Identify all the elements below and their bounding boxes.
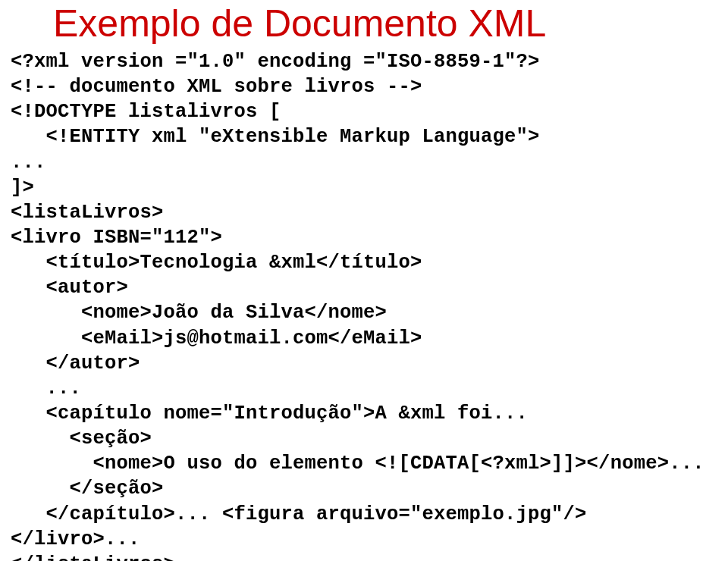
code-line: <livro ISBN="112">	[11, 227, 222, 249]
slide-container: Exemplo de Documento XML <?xml version =…	[0, 0, 728, 561]
code-line: <nome>João da Silva</nome>	[11, 302, 387, 324]
code-line: ]>	[11, 177, 34, 199]
code-line: <listaLivros>	[11, 202, 164, 224]
code-line: ...	[11, 152, 46, 174]
xml-code-block: <?xml version ="1.0" encoding ="ISO-8859…	[0, 48, 728, 561]
code-line: </seção>	[11, 478, 164, 500]
code-line: <!DOCTYPE listalivros [	[11, 101, 281, 123]
code-line: </autor>	[11, 353, 140, 375]
code-line: </capítulo>... <figura arquivo="exemplo.…	[11, 503, 587, 525]
code-line: </livro>...	[11, 528, 140, 550]
slide-title: Exemplo de Documento XML	[0, 0, 728, 48]
code-line: <título>Tecnologia &xml</título>	[11, 252, 422, 274]
code-line: <capítulo nome="Introdução">A &xml foi..…	[11, 403, 528, 425]
code-line: </listaLivros>	[11, 553, 175, 561]
code-line: ...	[11, 378, 81, 400]
code-line: <seção>	[11, 428, 152, 450]
code-line: <!-- documento XML sobre livros -->	[11, 76, 422, 98]
code-line: <?xml version ="1.0" encoding ="ISO-8859…	[11, 51, 540, 73]
code-line: <!ENTITY xml "eXtensible Markup Language…	[11, 126, 540, 148]
code-line: <autor>	[11, 277, 128, 299]
code-line: <eMail>js@hotmail.com</eMail>	[11, 328, 422, 349]
code-line: <nome>O uso do elemento <![CDATA[<?xml>]…	[11, 453, 704, 475]
